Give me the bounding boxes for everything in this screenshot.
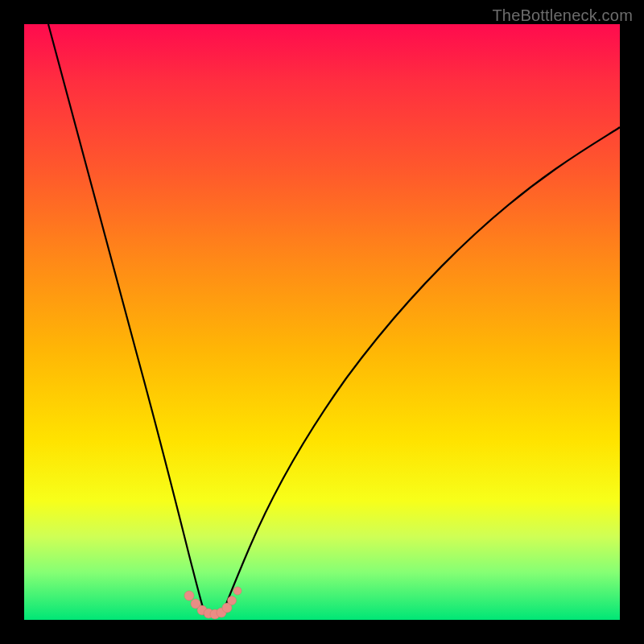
plot-svg <box>24 24 620 620</box>
curve-left-branch <box>48 24 205 616</box>
curve-right-branch <box>221 127 620 616</box>
plot-area <box>24 24 620 620</box>
valley-markers <box>184 587 242 619</box>
svg-point-0 <box>184 591 194 601</box>
svg-point-8 <box>233 587 242 595</box>
chart-frame: TheBottleneck.com <box>0 0 644 644</box>
watermark-text: TheBottleneck.com <box>492 6 633 25</box>
svg-point-7 <box>228 597 237 605</box>
